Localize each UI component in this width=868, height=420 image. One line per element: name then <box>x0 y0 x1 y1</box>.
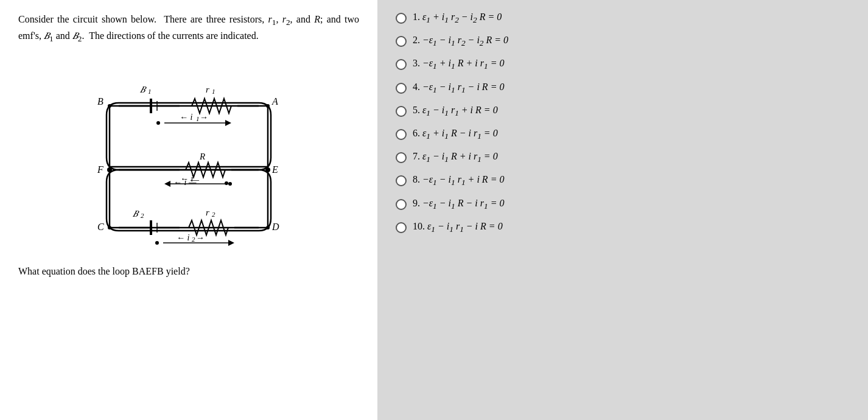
svg-point-25 <box>228 182 232 186</box>
i1-label: ← i <box>180 113 193 122</box>
r2-label: r <box>206 208 209 217</box>
bottom-question: What equation does the loop BAEFB yield? <box>18 264 359 279</box>
i1-sub: 1 <box>196 115 200 122</box>
radio-5[interactable] <box>396 106 407 117</box>
svg-point-7 <box>108 104 111 108</box>
option-row-10[interactable]: 10. ε1 − i1 r1 − i R = 0 <box>396 219 850 237</box>
left-panel: Consider the circuit shown below. There … <box>0 0 377 420</box>
svg-text:← i: ← i <box>177 233 190 242</box>
option-row-9[interactable]: 9. −ε1 − i1 R − i r1 = 0 <box>396 195 850 214</box>
node-E: E <box>271 164 278 175</box>
r1-sub: 1 <box>212 88 215 95</box>
radio-9[interactable] <box>396 199 407 210</box>
option-row-6[interactable]: 6. ε1 + i1 R − i r1 = 0 <box>396 125 850 144</box>
svg-text:→: → <box>200 113 208 122</box>
radio-1[interactable] <box>396 13 407 24</box>
radio-8[interactable] <box>396 175 407 186</box>
option-row-2[interactable]: 2. −ε1 − i1 r2 − i2 R = 0 <box>396 32 850 51</box>
option-row-1[interactable]: 1. ε1 + i1 r2 − i2 R = 0 <box>396 9 850 27</box>
option-label-1: 1. ε1 + i1 r2 − i2 R = 0 <box>413 12 502 25</box>
radio-6[interactable] <box>396 129 407 140</box>
radio-3[interactable] <box>396 59 407 70</box>
radio-2[interactable] <box>396 36 407 47</box>
svg-point-22 <box>225 181 228 185</box>
option-label-5: 5. ε1 − i1 r1 + i R = 0 <box>413 105 498 118</box>
option-label-7: 7. ε1 − i1 R + i r1 = 0 <box>413 151 498 164</box>
option-label-9: 9. −ε1 − i1 R − i r1 = 0 <box>413 198 504 211</box>
option-row-8[interactable]: 8. −ε1 − i1 r1 + i R = 0 <box>396 172 850 190</box>
option-label-10: 10. ε1 − i1 r1 − i R = 0 <box>413 221 503 234</box>
option-row-3[interactable]: 3. −ε1 + i1 R + i r1 = 0 <box>396 55 850 74</box>
emf2-sub: 2 <box>141 212 144 219</box>
svg-point-9 <box>108 226 111 229</box>
emf1-sub: 1 <box>148 88 152 95</box>
option-label-4: 4. −ε1 − i1 r1 − i R = 0 <box>413 82 504 95</box>
circuit-diagram: B A F E C D 𝛣 1 r 1 <box>18 57 359 252</box>
svg-text:2: 2 <box>192 236 195 243</box>
radio-7[interactable] <box>396 152 407 163</box>
option-row-4[interactable]: 4. −ε1 − i1 r1 − i R = 0 <box>396 79 850 97</box>
svg-text:→: → <box>196 233 205 242</box>
node-D: D <box>271 222 279 232</box>
R-label: R <box>199 152 205 161</box>
svg-point-10 <box>266 226 270 229</box>
svg-point-5 <box>107 167 112 172</box>
node-C: C <box>97 222 104 232</box>
svg-point-6 <box>265 167 270 172</box>
emf2-label: 𝛣 <box>132 209 139 219</box>
right-panel: 1. ε1 + i1 r2 − i2 R = 02. −ε1 − i1 r2 −… <box>377 0 868 420</box>
option-label-8: 8. −ε1 − i1 r1 + i R = 0 <box>413 174 504 187</box>
emf1-label: 𝛣 <box>139 85 147 94</box>
option-label-3: 3. −ε1 + i1 R + i r1 = 0 <box>413 58 504 71</box>
radio-10[interactable] <box>396 222 407 233</box>
r2-sub: 2 <box>212 211 215 218</box>
svg-point-35 <box>155 241 159 245</box>
svg-marker-34 <box>228 240 234 246</box>
svg-point-8 <box>266 104 270 108</box>
option-label-2: 2. −ε1 − i1 r2 − i2 R = 0 <box>413 35 508 48</box>
circuit-svg: B A F E C D 𝛣 1 r 1 <box>61 57 317 252</box>
node-B: B <box>97 96 103 107</box>
svg-point-18 <box>156 121 160 125</box>
svg-marker-17 <box>225 120 231 126</box>
option-row-7[interactable]: 7. ε1 − i1 R + i r1 = 0 <box>396 149 850 167</box>
r1-label: r <box>206 85 209 94</box>
option-row-5[interactable]: 5. ε1 − i1 r1 + i R = 0 <box>396 102 850 121</box>
node-F: F <box>97 164 103 175</box>
radio-4[interactable] <box>396 83 407 94</box>
question-text: Consider the circuit shown below. There … <box>18 12 359 45</box>
svg-text:—: — <box>190 175 200 184</box>
node-A: A <box>271 96 278 107</box>
svg-marker-24 <box>164 181 170 187</box>
option-label-6: 6. ε1 + i1 R − i r1 = 0 <box>413 128 498 141</box>
